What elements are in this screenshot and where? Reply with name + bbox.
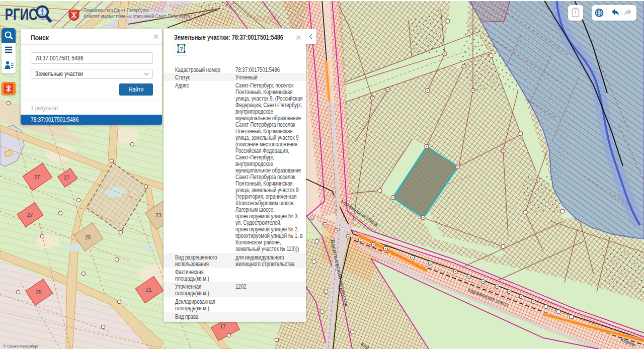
- svg-text:?: ?: [180, 46, 183, 52]
- svg-text:25: 25: [36, 289, 42, 295]
- svg-text:23: 23: [155, 212, 162, 218]
- svg-text:27: 27: [27, 212, 33, 218]
- svg-text:27: 27: [34, 174, 40, 180]
- svg-text:27: 27: [64, 175, 70, 181]
- svg-text:17: 17: [220, 323, 226, 329]
- svg-text:РГИС: РГИС: [5, 5, 38, 23]
- svg-text:25: 25: [85, 234, 91, 240]
- svg-text:© Санкт-Петербург: © Санкт-Петербург: [3, 344, 39, 348]
- svg-text:21: 21: [146, 287, 152, 293]
